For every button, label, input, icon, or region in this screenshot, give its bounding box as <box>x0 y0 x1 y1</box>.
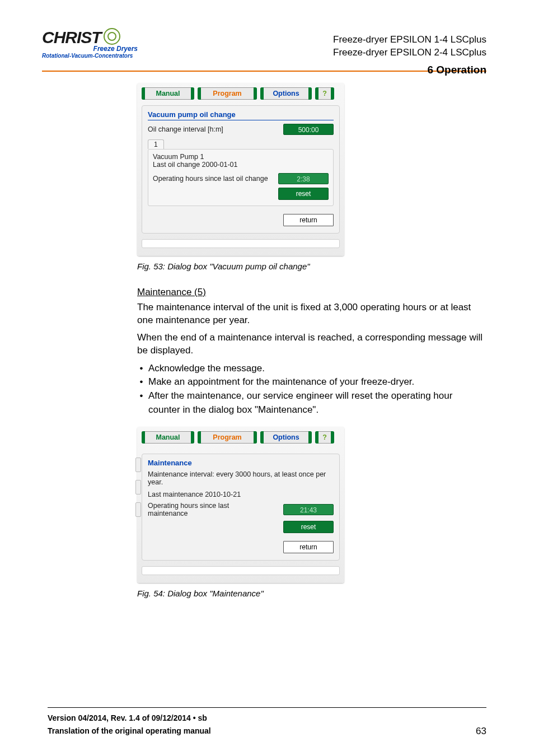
return-button-2[interactable]: return <box>283 541 334 553</box>
tab-program-label: Program <box>213 90 241 97</box>
tab-manual-2[interactable]: Manual <box>142 431 194 444</box>
vacuum-oil-change-dialog: Manual Program Options ? Vacuum pump oil… <box>137 83 344 256</box>
last-oil-change: Last oil change 2000-01-01 <box>153 161 329 169</box>
pump-box: Vacuum Pump 1 Last oil change 2000-01-01… <box>148 149 334 206</box>
tab-program[interactable]: Program <box>198 87 257 100</box>
bullet-3: After the maintenance, our service engin… <box>148 389 486 417</box>
maintenance-interval-text: Maintenance interval: every 3000 hours, … <box>148 470 334 486</box>
swirl-icon <box>104 28 120 45</box>
op-hours-label-2: Operating hours since last maintenance <box>148 502 260 517</box>
maintenance-p1: The maintenance interval of the unit is … <box>137 301 486 327</box>
tab-help-2-label: ? <box>322 433 327 441</box>
footer-divider <box>48 707 486 708</box>
dialog1-statusbar <box>142 239 340 248</box>
maintenance-p2: When the end of a maintenance interval i… <box>137 332 486 357</box>
tab-manual[interactable]: Manual <box>142 87 194 100</box>
brand-logo: CHRIST Freeze Dryers Rotational-Vacuum-C… <box>42 28 157 59</box>
op-hours-label: Operating hours since last oil change <box>153 175 268 183</box>
return-button[interactable]: return <box>283 214 334 226</box>
maintenance-bullets: Acknowledge the message. Make an appoint… <box>137 362 486 417</box>
dialog2-card: Maintenance Maintenance interval: every … <box>142 454 340 561</box>
page-number: 63 <box>476 726 486 737</box>
reset-button-2[interactable]: reset <box>283 521 334 533</box>
dialog1-tabs: Manual Program Options ? <box>142 83 340 100</box>
op-hours-value: 2:38 <box>278 173 329 184</box>
pump-tab-1[interactable]: 1 <box>148 139 164 149</box>
footer-version: Version 04/2014, Rev. 1.4 of 09/12/2014 … <box>48 712 211 724</box>
last-maintenance: Last maintenance 2010-10-21 <box>148 491 334 498</box>
maintenance-dialog: Manual Program Options ? Maintenance Mai… <box>137 427 344 583</box>
oil-interval-label: Oil change interval [h:m] <box>148 125 223 133</box>
tab-manual-label: Manual <box>156 90 180 97</box>
pump-name: Vacuum Pump 1 <box>153 153 329 161</box>
figure-53-caption: Fig. 53: Dialog box "Vacuum pump oil cha… <box>137 262 486 271</box>
page-footer: Version 04/2014, Rev. 1.4 of 09/12/2014 … <box>48 712 486 737</box>
side-connectors <box>135 458 141 525</box>
section-title: 6 Operation <box>48 63 486 77</box>
page-header: CHRIST Freeze Dryers Rotational-Vacuum-C… <box>0 0 534 67</box>
tab-program-2[interactable]: Program <box>198 431 257 444</box>
dialog2-tabs: Manual Program Options ? <box>142 427 340 444</box>
brand-wordmark: CHRIST <box>42 28 101 47</box>
maintenance-heading: Maintenance (5) <box>137 287 486 298</box>
bullet-2: Make an appointment for the maintenance … <box>148 375 486 389</box>
tab-help-label: ? <box>322 90 327 97</box>
footer-translation: Translation of the original operating ma… <box>48 725 211 737</box>
tab-options[interactable]: Options <box>260 87 312 100</box>
connector-icon <box>135 458 141 472</box>
tab-program-2-label: Program <box>213 433 241 441</box>
connector-icon <box>135 480 141 494</box>
tab-options-label: Options <box>273 90 299 97</box>
dialog1-card: Vacuum pump oil change Oil change interv… <box>142 105 340 234</box>
connector-icon <box>135 502 141 517</box>
page-content: Manual Program Options ? Vacuum pump oil… <box>0 72 534 598</box>
dialog1-title: Vacuum pump oil change <box>148 110 334 120</box>
dialog2-title: Maintenance <box>148 459 334 467</box>
reset-button[interactable]: reset <box>278 188 329 200</box>
oil-interval-value[interactable]: 500:00 <box>283 124 334 135</box>
brand-sub2: Rotational-Vacuum-Concentrators <box>42 53 157 59</box>
tab-help[interactable]: ? <box>315 87 334 100</box>
dialog2-statusbar <box>142 566 340 575</box>
tab-options-2[interactable]: Options <box>260 431 312 444</box>
tab-manual-2-label: Manual <box>156 433 180 441</box>
bullet-1: Acknowledge the message. <box>148 362 486 376</box>
tab-options-2-label: Options <box>273 433 299 441</box>
figure-54-caption: Fig. 54: Dialog box "Maintenance" <box>137 589 486 598</box>
tab-help-2[interactable]: ? <box>315 431 334 444</box>
op-hours-value-2: 21:43 <box>283 504 334 515</box>
